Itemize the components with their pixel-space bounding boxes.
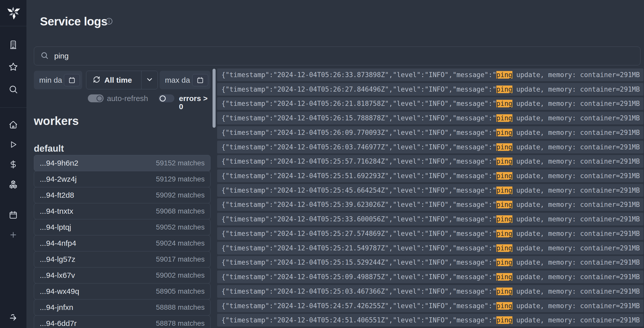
worker-match-count: 58888 matches [156,303,205,311]
worker-row[interactable]: ...94-lptqj59052 matches [34,219,211,235]
worker-name: ...94-4nfp4 [40,239,76,248]
runs-play-icon[interactable] [9,140,18,149]
search-match-highlight: ping [496,129,512,136]
max-date-placeholder: max da [160,76,190,84]
worker-match-count: 59002 matches [156,271,205,279]
worker-row[interactable]: ...94-ft2d859092 matches [34,187,211,203]
log-line[interactable]: {"timestamp":"2024-12-04T05:25:15.529244… [217,256,643,269]
log-line[interactable]: {"timestamp":"2024-12-04T05:25:27.574869… [217,227,643,240]
windmill-logo-icon [7,6,20,20]
worker-row[interactable]: ...94-jnfxn58888 matches [34,299,211,316]
log-line[interactable]: {"timestamp":"2024-12-04T05:25:51.692293… [217,169,643,182]
log-line[interactable]: {"timestamp":"2024-12-04T05:25:45.664254… [217,184,643,197]
log-line-prefix: {"timestamp":"2024-12-04T05:25:09.498875… [221,273,496,281]
worker-match-count: 58878 matches [156,319,205,327]
favorites-star-icon[interactable] [8,62,18,72]
log-search-input[interactable]: ping [34,47,640,65]
worker-group-name: default [34,143,64,154]
log-line[interactable]: {"timestamp":"2024-12-04T05:26:27.846496… [217,83,643,96]
chevron-down-icon [146,76,153,84]
search-match-highlight: ping [496,71,512,79]
worker-row[interactable]: ...94-wx49q58905 matches [34,283,211,300]
add-plus-icon[interactable] [9,231,18,239]
log-line[interactable]: {"timestamp":"2024-12-04T05:26:33.873898… [217,68,643,81]
schedules-calendar-icon[interactable] [9,210,18,220]
max-date-input[interactable]: max da [160,71,211,89]
min-date-calendar-button[interactable] [64,74,80,86]
log-line[interactable]: {"timestamp":"2024-12-04T05:24:57.426255… [217,300,643,312]
time-range-dropdown[interactable] [142,71,158,89]
search-match-highlight: ping [496,100,512,107]
worker-row[interactable]: ...94-9h6n259152 matches [34,155,211,171]
log-line-suffix: update, memory: container=291MB [512,259,640,266]
log-line[interactable]: {"timestamp":"2024-12-04T05:26:09.770093… [217,126,643,139]
resources-cubes-icon[interactable] [8,180,18,189]
main-content: Service logs ping min da [27,0,644,328]
home-icon[interactable] [9,120,18,129]
worker-name: ...94-6dd7r [40,319,77,328]
log-line-prefix: {"timestamp":"2024-12-04T05:25:57.716284… [221,158,496,165]
auto-refresh-toggle[interactable] [88,94,104,102]
log-line[interactable]: {"timestamp":"2024-12-04T05:25:09.498875… [217,270,643,283]
billing-dollar-icon[interactable] [9,160,18,169]
workspace-building-icon[interactable] [9,40,18,49]
log-line[interactable]: {"timestamp":"2024-12-04T05:25:39.623026… [217,198,643,211]
log-line-prefix: {"timestamp":"2024-12-04T05:25:27.574869… [221,230,496,237]
log-line-suffix: update, memory: container=291MB [512,114,640,122]
log-line[interactable]: {"timestamp":"2024-12-04T05:25:21.549787… [217,242,643,254]
search-match-highlight: ping [496,114,512,122]
log-line-suffix: update, memory: container=291MB [512,215,640,223]
search-match-highlight: ping [496,244,512,252]
worker-match-count: 59024 matches [156,239,205,247]
page-title: Service logs [40,15,107,28]
log-line-prefix: {"timestamp":"2024-12-04T05:25:15.529244… [221,259,496,266]
toggle-knob [160,95,166,102]
log-line-prefix: {"timestamp":"2024-12-04T05:26:27.846496… [221,85,496,93]
max-date-calendar-button[interactable] [192,74,208,86]
workers-heading: workers [34,114,79,128]
search-match-highlight: ping [496,85,512,93]
search-icon[interactable] [8,84,18,94]
log-line-prefix: {"timestamp":"2024-12-04T05:25:39.623026… [221,201,496,208]
time-range-main[interactable]: All time [86,71,141,89]
worker-match-count: 59068 matches [156,207,205,215]
log-line[interactable]: {"timestamp":"2024-12-04T05:25:57.716284… [217,155,643,168]
sidebar-divider [0,107,27,108]
toggle-row: auto-refresh errors > 0 [27,94,211,103]
log-line[interactable]: {"timestamp":"2024-12-04T05:26:21.818758… [217,97,643,110]
icon-sidebar [0,0,27,328]
worker-row[interactable]: ...94-4nfp459024 matches [34,235,211,251]
log-line[interactable]: {"timestamp":"2024-12-04T05:26:15.788878… [217,112,643,124]
worker-row[interactable]: ...94-tnxtx59068 matches [34,203,211,219]
worker-row[interactable]: ...94-2wz4j59129 matches [34,171,211,187]
log-line[interactable]: {"timestamp":"2024-12-04T05:25:33.600056… [217,213,643,225]
log-line[interactable]: {"timestamp":"2024-12-04T05:26:03.746977… [217,141,643,153]
service-logs-page: Service logs ping min da [0,0,644,328]
worker-list: ...94-9h6n259152 matches...94-2wz4j59129… [34,155,211,328]
worker-match-count: 59092 matches [156,191,205,199]
search-match-highlight: ping [496,187,512,194]
log-line-suffix: update, memory: container=291MB [512,143,640,151]
log-line[interactable]: {"timestamp":"2024-12-04T05:25:03.467366… [217,285,643,298]
log-line-prefix: {"timestamp":"2024-12-04T05:26:09.770093… [221,129,496,136]
time-range-button[interactable]: All time [86,71,158,89]
log-line-suffix: update, memory: container=291MB [512,302,640,310]
worker-name: ...94-lptqj [40,223,71,232]
info-icon[interactable] [105,17,113,26]
expand-sidebar-icon[interactable] [8,312,18,322]
search-match-highlight: ping [496,201,512,208]
app-logo[interactable] [0,0,27,26]
magnifier-icon [40,51,49,61]
worker-name: ...94-lg57z [40,255,75,264]
worker-row[interactable]: ...94-6dd7r58878 matches [34,315,211,328]
log-line[interactable]: {"timestamp":"2024-12-04T05:24:51.406551… [217,314,643,326]
min-date-input[interactable]: min da [34,71,82,89]
worker-row[interactable]: ...94-lg57z59017 matches [34,251,211,267]
worker-name: ...94-ft2d8 [40,191,74,199]
workers-scrollbar-thumb[interactable] [213,69,216,128]
log-line-prefix: {"timestamp":"2024-12-04T05:26:03.746977… [221,143,496,151]
worker-row[interactable]: ...94-lx67v59002 matches [34,267,211,283]
errors-toggle[interactable] [159,94,174,102]
log-line-suffix: update, memory: container=291MB [512,158,640,165]
worker-name: ...94-tnxtx [40,207,73,216]
